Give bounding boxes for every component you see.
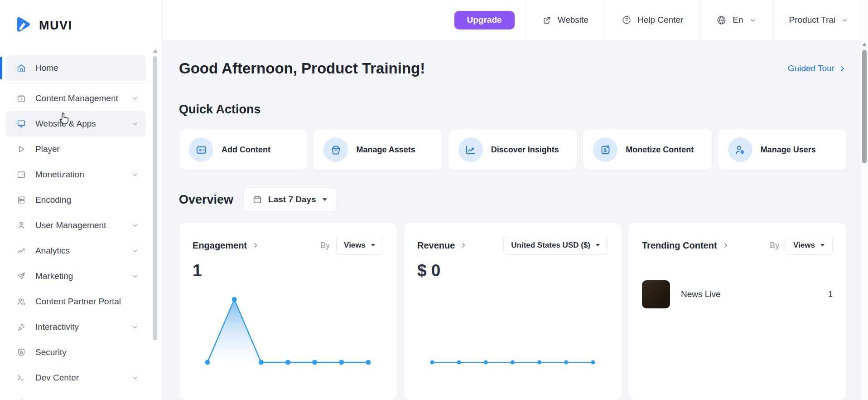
top-header: Upgrade Website Help Center En (163, 0, 860, 40)
sidebar-scrollbar-track (149, 0, 162, 400)
user-gear-icon (728, 137, 752, 162)
metric-value: Views (793, 241, 815, 250)
quick-actions-title: Quick Actions (179, 102, 846, 117)
engagement-line-chart (193, 283, 383, 372)
content-management-icon (16, 93, 26, 103)
chevron-down-icon (749, 17, 756, 24)
sidebar-item-security[interactable]: Security (5, 340, 146, 365)
caret-down-icon (371, 244, 376, 247)
list-item[interactable]: News Live 1 (642, 280, 833, 308)
date-range-value: Last 7 Days (268, 195, 316, 205)
server-icon (16, 195, 26, 205)
currency-dropdown[interactable]: United States USD ($) (503, 236, 608, 255)
sidebar-item-website-apps[interactable]: Website & Apps (5, 111, 146, 137)
quick-actions-row: Add Content Manage Assets Discover Insig… (179, 129, 846, 170)
sidebar-item-monetization[interactable]: Monetization (5, 162, 146, 187)
brand-logo[interactable]: MUVI (14, 14, 149, 37)
content-thumbnail (642, 280, 670, 308)
content-name: News Live (681, 289, 817, 299)
chevron-down-icon (131, 222, 139, 229)
quick-action-label: Manage Users (761, 145, 816, 155)
app-root: MUVI Home Content Management (0, 0, 868, 400)
revenue-card-link[interactable]: Revenue (417, 240, 467, 251)
shield-lock-icon (16, 347, 26, 357)
sidebar-item-interactivity[interactable]: Interactivity (5, 314, 146, 340)
chevron-down-icon (131, 273, 139, 280)
scroll-up-arrow-icon[interactable] (153, 49, 158, 53)
sidebar-item-content-management[interactable]: Content Management (5, 86, 146, 111)
window-scrollbar-thumb[interactable] (862, 50, 867, 163)
external-link-icon (542, 15, 552, 25)
revenue-line-chart (417, 283, 608, 372)
trend-icon (16, 246, 26, 256)
sidebar-item-partial[interactable] (5, 390, 146, 400)
sidebar-item-content-partner-portal[interactable]: Content Partner Portal (5, 289, 146, 314)
celebration-icon (16, 322, 26, 332)
play-icon (16, 144, 26, 154)
active-indicator (0, 57, 2, 79)
sidebar-item-label: Website & Apps (35, 119, 131, 129)
trending-metric-dropdown[interactable]: Views (786, 236, 833, 255)
user-icon (16, 220, 26, 230)
engagement-card: Engagement By Views 1 (179, 223, 397, 400)
sidebar-item-analytics[interactable]: Analytics (5, 238, 146, 263)
sidebar-item-label: Dev Center (35, 373, 131, 383)
revenue-value: $ 0 (417, 261, 608, 280)
sidebar-item-label: Security (35, 347, 139, 357)
guided-tour-link[interactable]: Guided Tour (788, 63, 846, 73)
sidebar-item-label: Analytics (35, 246, 131, 256)
main-content: Good Afternoon, Product Training! Guided… (163, 40, 860, 400)
sidebar-nav: Home Content Management Website & Apps (0, 55, 149, 400)
chevron-right-icon (839, 65, 846, 73)
engagement-card-link[interactable]: Engagement (193, 240, 259, 251)
account-menu[interactable]: Product Trai (773, 0, 860, 40)
sidebar-item-label: Encoding (35, 195, 139, 205)
sidebar-item-encoding[interactable]: Encoding (5, 187, 146, 213)
account-name: Product Trai (789, 15, 835, 25)
manage-users-button[interactable]: Manage Users (718, 129, 846, 170)
sidebar-scrollbar-thumb[interactable] (153, 56, 157, 340)
add-content-button[interactable]: Add Content (179, 129, 307, 170)
trending-content-link[interactable]: Trending Content (642, 240, 729, 251)
discover-insights-button[interactable]: Discover Insights (448, 129, 577, 170)
sidebar-item-home[interactable]: Home (5, 55, 146, 81)
sidebar-item-dev-center[interactable]: Dev Center (5, 365, 146, 390)
chevron-down-icon (131, 247, 139, 254)
brand-name: MUVI (39, 19, 72, 33)
sidebar-item-marketing[interactable]: Marketing (5, 263, 146, 289)
sidebar-item-label: Monetization (35, 170, 131, 180)
overview-title: Overview (179, 193, 233, 207)
chevron-down-icon (131, 120, 139, 127)
sidebar-item-player[interactable]: Player (5, 137, 146, 162)
manage-assets-button[interactable]: Manage Assets (313, 129, 442, 170)
sidebar-item-user-management[interactable]: User Management (5, 213, 146, 238)
sidebar-item-label: Home (35, 63, 139, 73)
svg-text:$: $ (604, 147, 607, 152)
gear-icon (16, 398, 26, 400)
divider (0, 83, 149, 83)
date-range-dropdown[interactable]: Last 7 Days (243, 187, 337, 212)
upgrade-button[interactable]: Upgrade (454, 11, 515, 29)
help-center-link[interactable]: Help Center (605, 0, 699, 40)
guided-tour-label: Guided Tour (788, 63, 834, 73)
language-selector[interactable]: En (700, 0, 772, 40)
chevron-right-icon (252, 242, 259, 249)
scroll-up-arrow-icon[interactable] (862, 43, 867, 46)
help-icon (622, 15, 632, 25)
monetize-content-button[interactable]: $ Monetize Content (583, 129, 711, 170)
engagement-title: Engagement (193, 240, 247, 251)
by-label: By (320, 241, 330, 250)
assets-box-icon (323, 137, 348, 162)
trending-content-card: Trending Content By Views (628, 223, 846, 400)
metric-value: Views (344, 241, 366, 250)
chevron-down-icon (841, 17, 848, 24)
engagement-metric-dropdown[interactable]: Views (336, 236, 383, 255)
sidebar-item-label: Content Partner Portal (35, 297, 139, 307)
revenue-title: Revenue (417, 240, 455, 251)
website-link[interactable]: Website (526, 0, 605, 40)
help-center-label: Help Center (637, 15, 683, 25)
by-label: By (770, 241, 779, 250)
main-column: Upgrade Website Help Center En (163, 0, 860, 400)
website-label: Website (558, 15, 588, 25)
chevron-down-icon (131, 374, 139, 381)
